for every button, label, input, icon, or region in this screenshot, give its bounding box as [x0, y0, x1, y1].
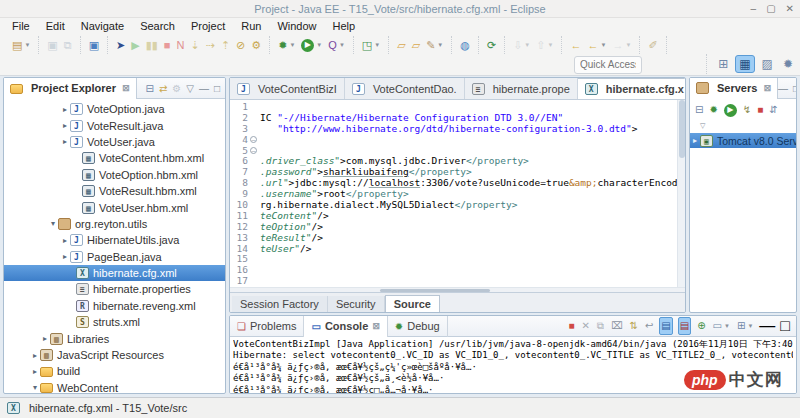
menu-help[interactable]: Help	[325, 18, 364, 34]
chevron-collapsed-icon[interactable]: ▸	[30, 351, 40, 360]
tree-item-hibernate-reveng-xml[interactable]: Rhibernate.reveng.xml	[4, 298, 225, 314]
tree-item-org-reyton-utils[interactable]: ▾org.reyton.utils	[4, 216, 225, 232]
pin-console-button[interactable]: ⊕	[696, 318, 706, 334]
minimize-button[interactable]: —	[759, 317, 775, 335]
page-tab-session-factory[interactable]: Session Factory	[232, 296, 328, 313]
focus-on-active-task-button[interactable]: ⚙	[172, 83, 181, 94]
pause-button[interactable]: ▮▮	[143, 37, 161, 53]
publish-server-button[interactable]: ⇵	[768, 102, 778, 118]
collapse-all-button[interactable]: ⊟	[694, 102, 704, 118]
tree-item-pagebean-java[interactable]: ▸JPageBean.java	[4, 249, 225, 265]
window-button[interactable]: ▣	[86, 37, 102, 53]
new-wizard-button[interactable]: ▤▼	[9, 37, 33, 53]
tree-item-votecontent-hbm-xml[interactable]: ▦VoteContent.hbm.xml	[4, 150, 225, 166]
close-window-button[interactable]: ✕	[786, 0, 794, 18]
console-tab-console[interactable]: ▭Console⊠	[304, 316, 387, 337]
remove-launch-button[interactable]: ✕	[580, 318, 590, 334]
view-menu-button[interactable]: ▽	[186, 83, 194, 94]
use-step-filters-button[interactable]: ⚙	[248, 37, 264, 53]
tree-item-webcontent[interactable]: ▾WebContent	[4, 380, 225, 394]
scroll-lock-button[interactable]: ⇅	[629, 318, 639, 334]
profile-server-button[interactable]: ↯	[742, 102, 752, 118]
tree-item-hibernate-cfg-xml[interactable]: Xhibernate.cfg.xml	[4, 265, 225, 281]
chevron-expanded-icon[interactable]: ▾	[48, 219, 58, 228]
chevron-collapsed-icon[interactable]: ▸	[60, 121, 70, 130]
editor-tab-votecontentbizi[interactable]: JVoteContentBizI	[230, 78, 345, 99]
debug-button[interactable]: ✹▼	[275, 37, 298, 53]
perspective-java-button[interactable]: ▨	[759, 56, 776, 72]
chevron-collapsed-icon[interactable]: ▸	[60, 236, 70, 245]
console-tab-debug[interactable]: ✹Debug	[388, 316, 448, 337]
last-edit-location-button[interactable]: ←	[567, 37, 584, 53]
tree-item-voteresult-java[interactable]: ▸JVoteResult.java	[4, 117, 225, 133]
debug-server-button[interactable]: ✹	[708, 102, 718, 118]
tree-item-hibernate-properties[interactable]: ≡hibernate.properties	[4, 281, 225, 297]
save-all-button[interactable]: ⧉	[61, 37, 75, 53]
expand-arrow-icon[interactable]: ▸	[690, 136, 700, 145]
menu-navigate[interactable]: Navigate	[73, 18, 132, 34]
perspective-javaee-button[interactable]: ▦	[735, 55, 754, 73]
tree-item-hibernateutils-java[interactable]: ▸JHibernateUtils.java	[4, 232, 225, 248]
close-icon[interactable]: ⊠	[372, 321, 380, 331]
link-with-editor-button[interactable]: ⇄	[159, 83, 167, 94]
perspective-debug-button[interactable]: ✹	[780, 56, 796, 72]
maximize-button[interactable]: □	[780, 317, 790, 335]
collapse-all-button[interactable]: ⊟	[146, 83, 154, 94]
web-browser-button[interactable]: ◍	[457, 37, 473, 53]
menu-project[interactable]: Project	[183, 18, 233, 34]
close-icon[interactable]: ⊠	[763, 83, 771, 93]
remove-all-launches-button[interactable]: ⧉	[596, 318, 605, 334]
menu-search[interactable]: Search	[132, 18, 183, 34]
editor-tab-votecontentdao-[interactable]: JVoteContentDao.	[345, 78, 465, 99]
synchronize-button[interactable]: ⟳	[484, 37, 499, 53]
maximize-window-button[interactable]: ▢	[766, 0, 775, 18]
open-type-button[interactable]: ▱	[394, 37, 408, 53]
profile-button[interactable]: Q▼	[325, 37, 348, 53]
tree-item-libraries[interactable]: ▸▥Libraries	[4, 330, 225, 346]
tab-servers[interactable]: Servers ⊠	[690, 78, 778, 99]
tree-item-voteuser-hbm-xml[interactable]: ▦VoteUser.hbm.xml	[4, 199, 225, 215]
disconnect-button[interactable]: N	[173, 37, 187, 53]
save-button[interactable]: ▣	[44, 37, 60, 53]
open-resource-button[interactable]: ▱	[409, 37, 423, 53]
minimize-window-button[interactable]: –	[751, 0, 757, 18]
tree-item-struts-xml[interactable]: Sstruts.xml	[4, 314, 225, 330]
resume-button[interactable]: ▶	[128, 37, 142, 53]
quick-access-input[interactable]	[574, 56, 642, 74]
fold-marker-icon[interactable]: –	[248, 146, 260, 157]
show-stderr-toggle[interactable]: ▤	[678, 317, 691, 335]
terminate-button[interactable]: ■	[161, 37, 174, 53]
pin-editor-button[interactable]: ✐	[645, 37, 660, 53]
editor-vertical-scrollbar[interactable]	[677, 100, 685, 287]
tab-project-explorer[interactable]: Project Explorer ⊠	[4, 78, 137, 99]
skip-breakpoints-button[interactable]: ⊘	[233, 37, 248, 53]
step-into-button[interactable]: ⇣	[187, 37, 202, 53]
chevron-collapsed-icon[interactable]: ▸	[60, 252, 70, 261]
editor-horizontal-scrollbar[interactable]	[230, 287, 685, 292]
open-perspective-button[interactable]: ⊞	[715, 56, 731, 72]
clear-console-button[interactable]: ⌧	[610, 318, 624, 334]
external-tools-button[interactable]: ◳▼	[359, 37, 383, 53]
editor-tab-hibernate-prope[interactable]: ≡hibernate.prope	[465, 78, 578, 99]
server-entry-tomcat[interactable]: ▸ ▣ Tomcat v8.0 Server a	[690, 133, 796, 148]
chevron-collapsed-icon[interactable]: ▸	[60, 105, 70, 114]
close-icon[interactable]: ⊠	[122, 83, 130, 93]
previous-annotation-button[interactable]: ⇧▼	[533, 37, 556, 53]
run-button[interactable]: ▶▼	[298, 37, 325, 53]
page-tab-source[interactable]: Source	[385, 295, 440, 313]
forward-history-button[interactable]: →▼	[609, 37, 634, 53]
select-tool-button[interactable]: ➤	[113, 37, 128, 53]
chevron-collapsed-icon[interactable]: ▸	[60, 137, 70, 146]
mark-occurrences-button[interactable]: ✎▼	[423, 37, 446, 53]
fold-marker-icon[interactable]: –	[248, 135, 260, 146]
tree-item-build[interactable]: ▸build	[4, 363, 225, 379]
start-server-button[interactable]: ▶	[723, 104, 738, 117]
menu-window[interactable]: Window	[269, 18, 324, 34]
menu-file[interactable]: File	[4, 18, 38, 34]
word-wrap-button[interactable]: ↩	[644, 318, 654, 334]
chevron-collapsed-icon[interactable]: ▸	[40, 334, 50, 343]
minimize-button[interactable]: —	[199, 83, 209, 94]
show-stdout-toggle[interactable]: ▤	[659, 317, 672, 335]
toolbar-overflow-icon[interactable]: ▽	[694, 122, 792, 130]
console-tab-problems[interactable]: ❏Problems	[230, 316, 304, 337]
